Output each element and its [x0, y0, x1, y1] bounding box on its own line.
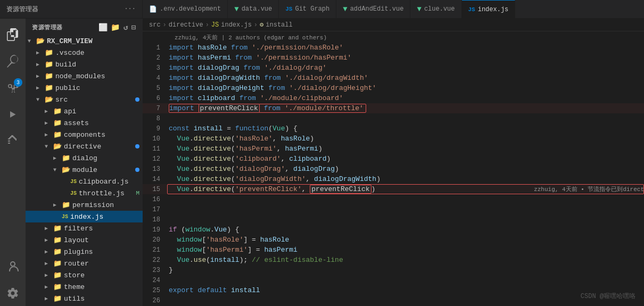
- folder-icon: 📁: [45, 60, 53, 69]
- tree-arrow: ▶: [45, 272, 53, 278]
- token-op: .: [189, 165, 194, 173]
- token-op: .: [189, 145, 194, 153]
- extensions-icon[interactable]: [0, 128, 26, 154]
- code-line-4: 4import dialogDragWidth from './dialog/d…: [143, 73, 644, 83]
- token-op: (: [231, 175, 235, 183]
- line-content: export default install: [167, 286, 644, 294]
- tree-item-theme[interactable]: ▶📁theme: [26, 281, 143, 293]
- token-var: hasRole: [198, 44, 227, 52]
- tree-arrow: ▼: [36, 97, 45, 103]
- token-fn: directive: [194, 155, 231, 163]
- token-var: dialogDragWidth: [314, 175, 376, 183]
- new-file-icon[interactable]: ⬜: [98, 23, 108, 32]
- tree-arrow: ▼: [53, 167, 62, 173]
- tree-item--vscode[interactable]: ▶📁.vscode: [26, 47, 143, 59]
- code-area[interactable]: 1import hasRole from './permission/hasRo…: [143, 43, 644, 306]
- tab-index[interactable]: JSindex.js: [462, 0, 516, 18]
- token-var: dialogDragWidth: [198, 74, 260, 82]
- token-sp: [169, 135, 177, 143]
- line-content: import preventReClick from './module/thr…: [167, 104, 644, 113]
- tree-item-clipboard-js[interactable]: JSclipboard.js: [26, 176, 143, 187]
- code-line-16: 16: [143, 194, 644, 204]
- token-kw: const: [169, 125, 194, 133]
- tree-item-module[interactable]: ▼📂module: [26, 164, 143, 176]
- line-content: import dialogDragHeight from './dialog/d…: [167, 84, 644, 92]
- run-icon[interactable]: [0, 102, 26, 127]
- token-op: ,: [277, 145, 285, 153]
- token-var: dialogDrag: [198, 64, 240, 72]
- token-op: (: [231, 165, 235, 173]
- token-var: install: [194, 125, 223, 133]
- js-file-icon: JS: [62, 214, 68, 220]
- sidebar-title-label: 资源管理器: [6, 5, 38, 14]
- tree-arrow: ▶: [45, 237, 53, 243]
- collapse-icon[interactable]: ⊟: [131, 23, 136, 32]
- tab-data[interactable]: ▼data.vue: [228, 0, 279, 18]
- sidebar-header-actions: ⬜ 📁 ↺ ⊟: [98, 23, 136, 32]
- tree-item-router[interactable]: ▶📁router: [26, 258, 143, 269]
- line-number: 25: [143, 287, 167, 294]
- account-icon[interactable]: [0, 254, 26, 279]
- tree-item-directive[interactable]: ▼📂directive: [26, 140, 143, 152]
- line-content: import hasRole from './permission/hasRol…: [167, 44, 644, 52]
- tab-clue[interactable]: ▼clue.vue: [410, 0, 461, 18]
- token-op: .: [189, 256, 194, 264]
- code-lines: 1import hasRole from './permission/hasRo…: [143, 43, 644, 305]
- line-content: }: [167, 266, 644, 274]
- token-op: .: [189, 135, 194, 143]
- folder-icon: 📁: [53, 236, 62, 244]
- settings-icon[interactable]: [0, 280, 26, 306]
- token-var: Vue: [214, 226, 227, 234]
- token-kw: import: [169, 74, 198, 82]
- token-var: clipboard: [289, 155, 326, 163]
- more-icon[interactable]: ···: [124, 5, 136, 13]
- tree-item-assets[interactable]: ▶📁assets: [26, 117, 143, 129]
- token-kw: from: [240, 94, 256, 102]
- code-line-9: 9const install = function(Vue) {: [143, 123, 644, 134]
- tree-item-permission[interactable]: ▶📁permission: [26, 199, 143, 211]
- token-op: [231, 54, 235, 62]
- tree-arrow: ▶: [45, 108, 53, 114]
- tree-item-api[interactable]: ▶📁api: [26, 105, 143, 117]
- token-op: ): [318, 145, 323, 153]
- tree-item-build[interactable]: ▶📁build: [26, 59, 143, 70]
- watermark: CSDN @喔嘿哈嘿咯: [581, 292, 635, 301]
- code-line-13: 13 Vue.directive('dialogDrag', dialogDra…: [143, 164, 644, 174]
- line-content: window['hasRole'] = hasRole: [167, 236, 644, 244]
- tree-item-label: components: [64, 131, 105, 139]
- tree-root[interactable]: ▼ 📂 RX_CRM_VIEW: [26, 35, 143, 47]
- refresh-icon[interactable]: ↺: [123, 23, 128, 32]
- tab-env[interactable]: 📄.env.development: [143, 0, 228, 18]
- tree-item-filters[interactable]: ▶📁filters: [26, 222, 143, 234]
- tab-git[interactable]: JSGit Graph: [279, 0, 336, 18]
- tree-item-dialog[interactable]: ▶📁dialog: [26, 152, 143, 164]
- tree-item-layout[interactable]: ▶📁layout: [26, 234, 143, 246]
- token-sp: [169, 246, 177, 254]
- tree-item-src[interactable]: ▼📂src: [26, 94, 143, 105]
- token-str: './module/throttle': [285, 104, 364, 112]
- token-str: 'hasPermi': [235, 145, 277, 153]
- tree-item-index-js[interactable]: JSindex.js: [26, 211, 143, 222]
- tree-item-store[interactable]: ▶📁store: [26, 269, 143, 281]
- tree-item-utils[interactable]: ▶📁utils: [26, 293, 143, 304]
- search-icon[interactable]: [0, 48, 26, 74]
- explorer-icon[interactable]: [0, 22, 26, 47]
- tree-item-plugins[interactable]: ▶📁plugins: [26, 246, 143, 258]
- tab-label: Git Graph: [295, 5, 329, 13]
- new-folder-icon[interactable]: 📁: [111, 23, 120, 32]
- tree-item-public[interactable]: ▶📁public: [26, 82, 143, 94]
- source-control-icon[interactable]: 3: [0, 75, 26, 101]
- token-var: clipboard: [198, 94, 235, 102]
- token-sp: [169, 236, 177, 244]
- tree-arrow: ▶: [45, 249, 53, 255]
- tab-addAndEdit[interactable]: ▼addAndEdit.vue: [336, 0, 410, 18]
- tree-arrow: ▶: [45, 260, 53, 267]
- tree-item-node-modules[interactable]: ▶📁node_modules: [26, 70, 143, 82]
- tree-item-components[interactable]: ▶📁components: [26, 129, 143, 140]
- token-str: 'hasRole': [235, 135, 273, 143]
- tree-item-throttle-js[interactable]: JSthrottle.jsM: [26, 187, 143, 199]
- vue-icon: ▼: [234, 5, 238, 13]
- token-op: ): [310, 135, 314, 143]
- code-line-26: 26: [143, 295, 644, 305]
- line-content: import hasPermi from './permission/hasPe…: [167, 54, 644, 62]
